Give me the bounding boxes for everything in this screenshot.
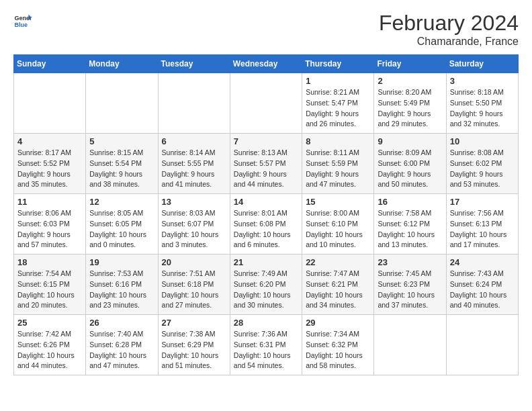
calendar-cell: 29Sunrise: 7:34 AMSunset: 6:32 PMDayligh…: [302, 315, 374, 375]
calendar-cell: 12Sunrise: 8:05 AMSunset: 6:05 PMDayligh…: [86, 194, 158, 255]
day-number: 4: [17, 136, 82, 146]
day-info: Sunrise: 7:53 AMSunset: 6:16 PMDaylight:…: [89, 269, 154, 311]
calendar-cell: [446, 315, 518, 375]
calendar-cell: 19Sunrise: 7:53 AMSunset: 6:16 PMDayligh…: [86, 255, 158, 315]
calendar-cell: 25Sunrise: 7:42 AMSunset: 6:26 PMDayligh…: [14, 315, 86, 375]
day-number: 16: [378, 197, 442, 207]
day-info: Sunrise: 7:38 AMSunset: 6:29 PMDaylight:…: [162, 329, 226, 371]
calendar-week-row: 1Sunrise: 8:21 AMSunset: 5:47 PMDaylight…: [14, 73, 519, 134]
column-header-thursday: Thursday: [302, 55, 374, 73]
calendar-cell: 20Sunrise: 7:51 AMSunset: 6:18 PMDayligh…: [158, 255, 230, 315]
calendar-cell: 9Sunrise: 8:09 AMSunset: 6:00 PMDaylight…: [374, 134, 446, 194]
day-number: 5: [89, 136, 154, 146]
day-number: 1: [306, 76, 370, 86]
calendar-cell: 15Sunrise: 8:00 AMSunset: 6:10 PMDayligh…: [302, 194, 374, 255]
day-info: Sunrise: 7:34 AMSunset: 6:32 PMDaylight:…: [306, 329, 370, 371]
calendar-cell: 1Sunrise: 8:21 AMSunset: 5:47 PMDaylight…: [302, 73, 374, 134]
calendar-cell: [14, 73, 86, 134]
calendar-cell: 16Sunrise: 7:58 AMSunset: 6:12 PMDayligh…: [374, 194, 446, 255]
day-info: Sunrise: 7:49 AMSunset: 6:20 PMDaylight:…: [234, 269, 298, 311]
calendar-cell: 14Sunrise: 8:01 AMSunset: 6:08 PMDayligh…: [230, 194, 302, 255]
column-header-wednesday: Wednesday: [230, 55, 302, 73]
calendar-cell: 6Sunrise: 8:14 AMSunset: 5:55 PMDaylight…: [158, 134, 230, 194]
calendar-cell: 28Sunrise: 7:36 AMSunset: 6:31 PMDayligh…: [230, 315, 302, 375]
day-info: Sunrise: 7:54 AMSunset: 6:15 PMDaylight:…: [17, 269, 82, 311]
calendar-cell: 8Sunrise: 8:11 AMSunset: 5:59 PMDaylight…: [302, 134, 374, 194]
column-header-saturday: Saturday: [446, 55, 518, 73]
calendar-week-row: 4Sunrise: 8:17 AMSunset: 5:52 PMDaylight…: [14, 134, 519, 194]
day-info: Sunrise: 7:47 AMSunset: 6:21 PMDaylight:…: [306, 269, 370, 311]
day-info: Sunrise: 7:58 AMSunset: 6:12 PMDaylight:…: [378, 208, 442, 250]
day-number: 6: [162, 136, 226, 146]
calendar-cell: 7Sunrise: 8:13 AMSunset: 5:57 PMDaylight…: [230, 134, 302, 194]
calendar-cell: 5Sunrise: 8:15 AMSunset: 5:54 PMDaylight…: [86, 134, 158, 194]
day-info: Sunrise: 8:00 AMSunset: 6:10 PMDaylight:…: [306, 208, 370, 250]
day-number: 14: [234, 197, 298, 207]
day-info: Sunrise: 8:09 AMSunset: 6:00 PMDaylight:…: [378, 148, 442, 190]
day-info: Sunrise: 7:43 AMSunset: 6:24 PMDaylight:…: [450, 269, 515, 311]
calendar-cell: 13Sunrise: 8:03 AMSunset: 6:07 PMDayligh…: [158, 194, 230, 255]
logo-icon: General Blue: [13, 11, 32, 30]
page-header: General Blue February 2024 Chamarande, F…: [13, 11, 519, 48]
day-number: 15: [306, 197, 370, 207]
day-number: 7: [234, 136, 298, 146]
day-info: Sunrise: 8:15 AMSunset: 5:54 PMDaylight:…: [89, 148, 154, 190]
day-info: Sunrise: 8:01 AMSunset: 6:08 PMDaylight:…: [234, 208, 298, 250]
day-info: Sunrise: 8:05 AMSunset: 6:05 PMDaylight:…: [89, 208, 154, 250]
calendar-cell: 26Sunrise: 7:40 AMSunset: 6:28 PMDayligh…: [86, 315, 158, 375]
column-header-tuesday: Tuesday: [158, 55, 230, 73]
day-number: 26: [89, 318, 154, 328]
calendar-cell: 10Sunrise: 8:08 AMSunset: 6:02 PMDayligh…: [446, 134, 518, 194]
calendar-cell: 4Sunrise: 8:17 AMSunset: 5:52 PMDaylight…: [14, 134, 86, 194]
day-info: Sunrise: 7:56 AMSunset: 6:13 PMDaylight:…: [450, 208, 515, 250]
page-subtitle: Chamarande, France: [379, 36, 519, 48]
svg-text:Blue: Blue: [14, 21, 28, 28]
day-info: Sunrise: 7:40 AMSunset: 6:28 PMDaylight:…: [89, 329, 154, 371]
day-info: Sunrise: 8:14 AMSunset: 5:55 PMDaylight:…: [162, 148, 226, 190]
day-number: 17: [450, 197, 515, 207]
day-number: 12: [89, 197, 154, 207]
calendar-cell: [86, 73, 158, 134]
day-info: Sunrise: 7:36 AMSunset: 6:31 PMDaylight:…: [234, 329, 298, 371]
calendar-week-row: 25Sunrise: 7:42 AMSunset: 6:26 PMDayligh…: [14, 315, 519, 375]
column-header-monday: Monday: [86, 55, 158, 73]
day-number: 24: [450, 257, 515, 267]
column-header-friday: Friday: [374, 55, 446, 73]
day-info: Sunrise: 8:11 AMSunset: 5:59 PMDaylight:…: [306, 148, 370, 190]
calendar-cell: 11Sunrise: 8:06 AMSunset: 6:03 PMDayligh…: [14, 194, 86, 255]
title-block: February 2024 Chamarande, France: [379, 11, 519, 48]
day-number: 22: [306, 257, 370, 267]
calendar-cell: 18Sunrise: 7:54 AMSunset: 6:15 PMDayligh…: [14, 255, 86, 315]
calendar-cell: [158, 73, 230, 134]
day-info: Sunrise: 8:17 AMSunset: 5:52 PMDaylight:…: [17, 148, 82, 190]
day-number: 18: [17, 257, 82, 267]
day-number: 19: [89, 257, 154, 267]
calendar-cell: 2Sunrise: 8:20 AMSunset: 5:49 PMDaylight…: [374, 73, 446, 134]
day-number: 21: [234, 257, 298, 267]
day-number: 8: [306, 136, 370, 146]
day-info: Sunrise: 7:45 AMSunset: 6:23 PMDaylight:…: [378, 269, 442, 311]
day-info: Sunrise: 8:20 AMSunset: 5:49 PMDaylight:…: [378, 87, 442, 130]
calendar-cell: 23Sunrise: 7:45 AMSunset: 6:23 PMDayligh…: [374, 255, 446, 315]
page-title: February 2024: [379, 11, 519, 36]
day-number: 29: [306, 318, 370, 328]
calendar-week-row: 18Sunrise: 7:54 AMSunset: 6:15 PMDayligh…: [14, 255, 519, 315]
column-header-sunday: Sunday: [14, 55, 86, 73]
day-number: 10: [450, 136, 515, 146]
calendar-cell: 22Sunrise: 7:47 AMSunset: 6:21 PMDayligh…: [302, 255, 374, 315]
day-number: 9: [378, 136, 442, 146]
day-info: Sunrise: 8:06 AMSunset: 6:03 PMDaylight:…: [17, 208, 82, 250]
calendar-header-row: SundayMondayTuesdayWednesdayThursdayFrid…: [14, 55, 519, 73]
day-number: 20: [162, 257, 226, 267]
calendar-cell: 24Sunrise: 7:43 AMSunset: 6:24 PMDayligh…: [446, 255, 518, 315]
calendar-table: SundayMondayTuesdayWednesdayThursdayFrid…: [13, 54, 519, 375]
calendar-cell: 3Sunrise: 8:18 AMSunset: 5:50 PMDaylight…: [446, 73, 518, 134]
day-number: 13: [162, 197, 226, 207]
day-number: 23: [378, 257, 442, 267]
calendar-cell: [230, 73, 302, 134]
day-info: Sunrise: 8:08 AMSunset: 6:02 PMDaylight:…: [450, 148, 515, 190]
calendar-cell: 21Sunrise: 7:49 AMSunset: 6:20 PMDayligh…: [230, 255, 302, 315]
day-info: Sunrise: 7:42 AMSunset: 6:26 PMDaylight:…: [17, 329, 82, 371]
calendar-cell: 17Sunrise: 7:56 AMSunset: 6:13 PMDayligh…: [446, 194, 518, 255]
day-number: 2: [378, 76, 442, 86]
